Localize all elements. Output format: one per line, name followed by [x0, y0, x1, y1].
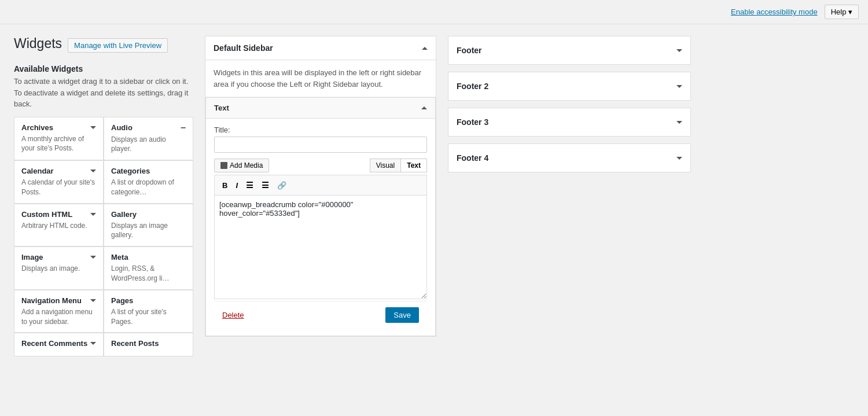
chevron-up-icon — [421, 106, 427, 109]
visual-text-tabs: Visual Text — [370, 159, 427, 172]
footer-areas-panel: Footer Footer 2 Footer 3 Footer 4 — [448, 36, 691, 356]
chevron-down-icon — [90, 170, 96, 172]
title-field-group: Title: — [214, 126, 427, 153]
title-input[interactable] — [214, 137, 427, 153]
widget-archives[interactable]: Archives A monthly archive of your site'… — [14, 117, 104, 161]
media-icon — [220, 162, 227, 169]
accessibility-link[interactable]: Enable accessibility mode — [731, 8, 818, 16]
delete-link[interactable]: Delete — [222, 311, 244, 319]
available-widgets-title: Available Widgets — [14, 64, 193, 73]
widget-recent-comments[interactable]: Recent Comments — [14, 333, 104, 356]
widget-list: Archives A monthly archive of your site'… — [14, 117, 193, 357]
save-button[interactable]: Save — [385, 307, 419, 323]
widget-custom-html[interactable]: Custom HTML Arbitrary HTML code. — [14, 204, 104, 247]
text-widget-body: Title: Add Media Visual Text — [206, 119, 435, 336]
title-label: Title: — [214, 126, 427, 134]
footer-2-title: Footer 2 — [457, 82, 488, 91]
editor-toolbar: Add Media Visual Text — [214, 159, 427, 172]
add-media-button[interactable]: Add Media — [214, 159, 269, 172]
default-sidebar-box: Default Sidebar Widgets in this area wil… — [205, 36, 436, 337]
top-bar: Enable accessibility mode Help ▾ — [0, 0, 868, 24]
chevron-down-icon — [676, 49, 682, 52]
footer-3-area[interactable]: Footer 3 — [448, 108, 691, 137]
manage-live-preview-button[interactable]: Manage with Live Preview — [68, 38, 168, 53]
widget-pages[interactable]: Pages A list of your site's Pages. — [104, 290, 193, 333]
widget-categories[interactable]: Categories A list or dropdown of categor… — [104, 160, 193, 204]
chevron-down-icon — [676, 85, 682, 88]
ol-icon: ☰ — [262, 181, 269, 190]
ul-icon: ☰ — [246, 181, 253, 190]
footer-main-title: Footer — [457, 46, 482, 55]
default-sidebar-title: Default Sidebar — [214, 43, 273, 53]
unordered-list-button[interactable]: ☰ — [243, 179, 256, 192]
chevron-up-icon — [422, 47, 428, 50]
minus-icon: − — [181, 123, 186, 132]
widget-audio[interactable]: Audio − Displays an audio player. — [104, 117, 193, 161]
bold-button[interactable]: B — [219, 179, 230, 192]
widget-calendar[interactable]: Calendar A calendar of your site's Posts… — [14, 160, 104, 204]
link-icon: 🔗 — [277, 181, 286, 190]
chevron-down-icon — [676, 157, 682, 160]
page-title: Widgets — [14, 36, 62, 51]
chevron-down-icon — [90, 299, 96, 302]
default-sidebar-header[interactable]: Default Sidebar — [205, 36, 436, 60]
text-widget-title: Text — [214, 104, 229, 112]
help-button[interactable]: Help ▾ — [825, 5, 859, 19]
widget-meta[interactable]: Meta Login, RSS, & WordPress.org li… — [104, 246, 193, 290]
visual-tab[interactable]: Visual — [370, 159, 401, 172]
chevron-down-icon — [90, 342, 96, 345]
text-widget: Text Title: Add Media Visual — [205, 97, 436, 336]
ordered-list-button[interactable]: ☰ — [259, 179, 272, 192]
widget-image[interactable]: Image Displays an image. — [14, 246, 104, 290]
widget-gallery[interactable]: Gallery Displays an image gallery. — [104, 204, 193, 247]
format-toolbar: B I ☰ ☰ 🔗 — [214, 175, 427, 195]
content-editor[interactable]: [oceanwp_breadcrumb color="#000000" hove… — [214, 195, 427, 299]
widget-recent-posts[interactable]: Recent Posts — [104, 333, 193, 356]
link-button[interactable]: 🔗 — [274, 179, 289, 192]
text-tab[interactable]: Text — [401, 159, 427, 172]
footer-4-area[interactable]: Footer 4 — [448, 143, 691, 172]
chevron-down-icon — [90, 256, 96, 259]
widget-navigation-menu[interactable]: Navigation Menu Add a navigation menu to… — [14, 290, 104, 333]
italic-button[interactable]: I — [233, 179, 241, 192]
widget-footer: Delete Save — [214, 301, 427, 329]
default-sidebar-panel: Default Sidebar Widgets in this area wil… — [205, 36, 436, 356]
chevron-down-icon — [676, 121, 682, 124]
default-sidebar-desc: Widgets in this area will be displayed i… — [205, 60, 436, 97]
chevron-down-icon — [90, 126, 96, 129]
available-widgets-panel: Widgets Manage with Live Preview Availab… — [14, 36, 193, 356]
available-widgets-desc: To activate a widget drag it to a sideba… — [14, 76, 193, 110]
footer-area-main[interactable]: Footer — [448, 36, 691, 65]
footer-3-title: Footer 3 — [457, 117, 488, 127]
footer-2-area[interactable]: Footer 2 — [448, 72, 691, 101]
chevron-down-icon — [90, 213, 96, 216]
text-widget-header[interactable]: Text — [206, 98, 435, 119]
footer-4-title: Footer 4 — [457, 153, 488, 163]
